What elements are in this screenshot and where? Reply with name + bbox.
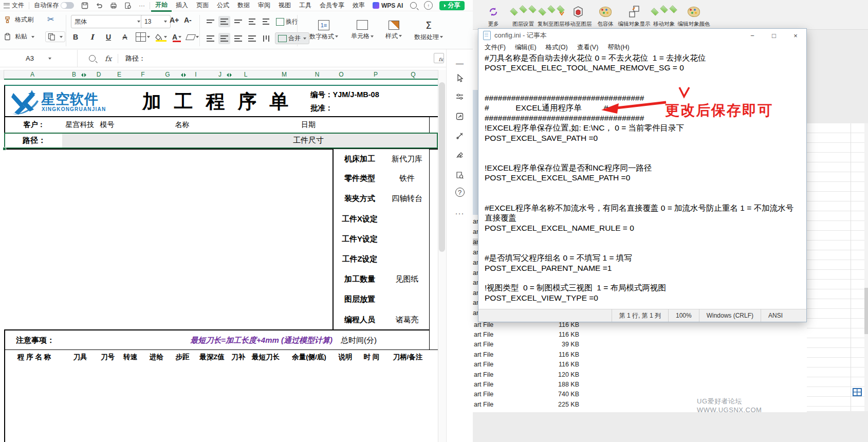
notes-cell[interactable]: 注意事项： (4, 329, 66, 351)
file-row[interactable]: art File188 KB (474, 379, 806, 389)
tab-页面[interactable]: 页面 (192, 0, 213, 11)
book-search-icon[interactable] (454, 169, 466, 181)
info-cell[interactable]: 零件类型 (333, 169, 386, 189)
program-row-cell[interactable] (356, 432, 387, 442)
program-row-cell[interactable] (356, 363, 387, 374)
info-cell[interactable]: 工件Z设定 (333, 249, 386, 270)
more-commands-button[interactable]: ··· (135, 0, 149, 11)
column-header-I[interactable]: I (195, 70, 196, 79)
eraser-button[interactable] (187, 34, 199, 40)
program-header-cell[interactable]: 转速 (117, 349, 144, 364)
program-row-cell[interactable] (62, 363, 99, 374)
program-row-cell[interactable] (117, 383, 144, 393)
customer-row-cell[interactable]: 模号 (98, 117, 117, 133)
program-row-cell[interactable] (387, 422, 429, 433)
column-header-Q[interactable]: Q (411, 70, 415, 79)
path-row-cell[interactable]: 路径： (4, 133, 64, 150)
program-row-cell[interactable] (284, 373, 335, 383)
column-header-N[interactable]: N (315, 70, 320, 79)
fill-color-button[interactable] (155, 34, 167, 41)
program-row-cell[interactable] (356, 422, 387, 433)
data-process-button[interactable]: Σ 数据处理 (409, 15, 448, 46)
program-row-cell[interactable] (387, 373, 429, 383)
customer-row-cell[interactable]: 日期 (284, 117, 333, 133)
minimize-button[interactable]: − (742, 29, 763, 42)
menu-帮助(H)[interactable]: 帮助(H) (603, 42, 633, 52)
program-row-cell[interactable] (4, 413, 64, 423)
program-row-cell[interactable] (284, 393, 335, 403)
program-row-cell[interactable] (4, 373, 64, 383)
program-row-cell[interactable] (4, 432, 64, 442)
paste-button[interactable]: 粘贴 (4, 32, 34, 41)
program-row-cell[interactable] (143, 373, 170, 383)
column-header-E[interactable]: E (117, 70, 121, 79)
program-header-cell[interactable]: 时 间 (356, 349, 387, 364)
file-row[interactable]: art File39 KB (474, 340, 806, 349)
program-row-cell[interactable] (356, 393, 387, 403)
align-right-button[interactable] (232, 33, 244, 44)
hidden-columns-icon[interactable] (81, 73, 86, 77)
align-left-button[interactable] (205, 33, 216, 44)
info-cell[interactable]: 铁件 (385, 169, 430, 189)
settings-sliders-icon[interactable] (454, 90, 466, 103)
column-header-D[interactable]: D (97, 70, 101, 79)
program-row-cell[interactable] (62, 403, 99, 413)
form-header-band[interactable]: 星空软件 XINGKONGRUANJIAN 加 工 程 序 单 编号：YJM/J… (4, 85, 438, 117)
increase-indent-button[interactable] (260, 16, 272, 27)
program-row-cell[interactable] (98, 393, 118, 403)
wps-ai-button[interactable]: WPS AI (369, 0, 407, 11)
program-header-cell[interactable]: 步距 (170, 349, 196, 364)
column-header-M[interactable]: M (282, 70, 287, 79)
program-row-cell[interactable] (143, 383, 170, 393)
program-header-cell[interactable]: 程 序 名 称 (4, 349, 64, 364)
program-row-cell[interactable] (335, 413, 357, 423)
program-row-cell[interactable] (195, 373, 229, 383)
program-row-cell[interactable] (4, 403, 64, 413)
program-row-cell[interactable] (143, 393, 170, 403)
font-size-select[interactable]: 13 (141, 15, 171, 28)
program-row-cell[interactable] (356, 383, 387, 393)
info-cell[interactable]: 编程人员 (333, 310, 386, 330)
share-button[interactable]: 分享 (439, 1, 465, 10)
program-row-cell[interactable] (98, 403, 118, 413)
program-header-cell[interactable]: 刀补 (229, 349, 248, 364)
column-header-B[interactable]: B (72, 70, 76, 79)
sheet-area[interactable]: 星空软件 XINGKONGRUANJIAN 加 工 程 序 单 编号：YJM/J… (0, 80, 438, 442)
program-row-cell[interactable] (248, 393, 284, 403)
program-row-cell[interactable] (429, 363, 438, 374)
column-header-J[interactable]: J (218, 70, 221, 79)
program-row-cell[interactable] (429, 373, 438, 383)
help-icon[interactable]: ? (455, 188, 465, 197)
tab-工具[interactable]: 工具 (295, 0, 316, 11)
program-row-cell[interactable] (62, 432, 99, 442)
underline-button[interactable]: U (103, 33, 114, 41)
print-preview-button[interactable] (121, 0, 135, 11)
program-row-cell[interactable] (356, 373, 387, 383)
program-row-cell[interactable] (335, 393, 357, 403)
program-row-cell[interactable] (62, 413, 99, 423)
tab-效率[interactable]: 效率 (348, 0, 369, 11)
program-row-cell[interactable] (229, 363, 248, 374)
info-cell[interactable]: 机床加工 (333, 149, 386, 170)
program-row-cell[interactable] (429, 393, 438, 403)
program-row-cell[interactable] (248, 413, 284, 423)
program-row-cell[interactable] (170, 403, 196, 413)
info-cell[interactable]: 见图纸 (385, 269, 430, 290)
insert-function-button[interactable]: fx (105, 54, 112, 63)
path-row-cell[interactable] (429, 133, 438, 150)
program-row-cell[interactable] (387, 432, 429, 442)
program-row-cell[interactable] (195, 422, 229, 433)
tools-icon[interactable] (454, 130, 466, 142)
program-row-cell[interactable] (284, 383, 335, 393)
program-row-cell[interactable] (170, 432, 196, 442)
menu-文件(F)[interactable]: 文件(F) (481, 42, 510, 52)
program-header-cell[interactable]: 刀号 (98, 349, 118, 364)
program-row-cell[interactable] (248, 373, 284, 383)
info-cell[interactable] (385, 249, 430, 270)
nx-tool-编辑对象显示[interactable]: 编辑对象显示 (618, 4, 651, 28)
program-row-cell[interactable] (335, 432, 357, 442)
hidden-columns-icon[interactable] (227, 73, 232, 77)
program-row-cell[interactable] (62, 373, 99, 383)
info-cell[interactable]: 加工数量 (333, 269, 386, 290)
program-row-cell[interactable] (335, 383, 357, 393)
